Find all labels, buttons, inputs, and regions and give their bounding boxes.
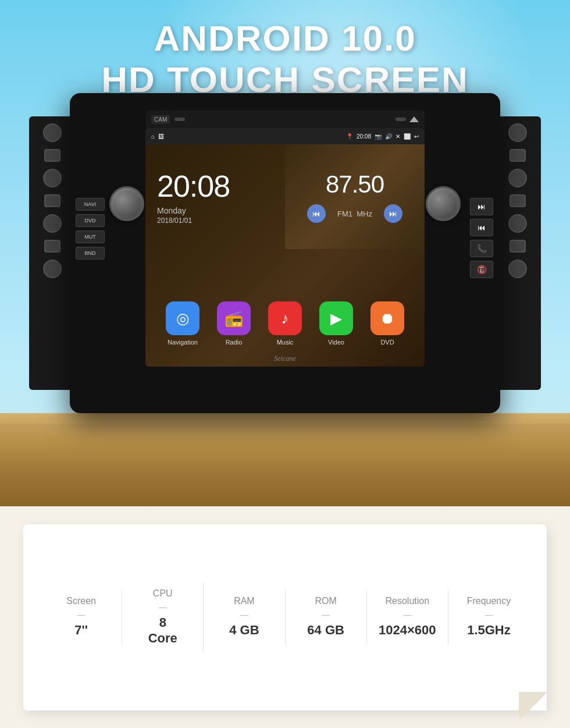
music-icon[interactable]: ♪ [268,301,302,335]
media-icon: 🖼 [158,133,164,140]
spec-cpu-value: 8Core [148,615,177,646]
skip-back-button[interactable]: ⏮ [470,219,493,236]
dvd-label: DVD [380,339,394,346]
side-buttons-right: ⏭ ⏮ 📞 📵 [470,198,493,278]
phone-answer-button[interactable]: 📞 [470,240,493,257]
bracket-hole [43,260,62,278]
info-panel: 20:08 Monday 2018/01/01 87.50 ⏮ FM1 MHz [145,144,425,249]
side-buttons-left: NAVI DVD MUT BND [76,198,105,260]
app-radio[interactable]: 📻 Radio [217,301,251,346]
back-icon: ↩ [414,133,419,140]
radio-prev-button[interactable]: ⏮ [307,204,326,223]
spec-cpu: CPU — 8Core [122,583,204,652]
status-time: 20:08 [357,133,371,140]
spec-resolution: Resolution — 1024×600 [367,590,448,644]
radio-controls: ⏮ FM1 MHz ⏭ [307,204,402,223]
app-music[interactable]: ♪ Music [268,301,302,346]
status-left: ⌂ 🖼 [151,133,164,140]
status-right: 📍 20:08 📷 🔊 ✕ ⬜ ↩ [346,133,419,140]
home-icon[interactable]: ⌂ [151,133,155,140]
dvd-button[interactable]: DVD [76,214,105,227]
bracket-hole [43,123,62,142]
right-bracket [494,116,541,390]
window-icon: ⬜ [404,133,411,140]
radio-next-button[interactable]: ⏭ [384,204,402,223]
navigation-label: Navigation [168,339,198,346]
app-dvd[interactable]: ⏺ DVD [370,301,404,346]
camera-icon: 📷 [375,133,382,140]
video-label: Video [328,339,344,346]
spec-screen: Screen — 7'' [41,590,122,644]
bracket-hole [508,123,527,142]
car-unit: CAM NAVI DVD MUT BND [70,93,500,442]
bracket-hole [43,214,62,233]
radio-icon[interactable]: 📻 [217,301,251,335]
top-indicator [174,118,185,121]
bracket-hole [508,169,527,187]
left-bracket [29,116,76,390]
bracket-slot [44,194,60,207]
screen-area: ⌂ 🖼 📍 20:08 📷 🔊 ✕ ⬜ ↩ [145,128,425,367]
bracket-slot [510,240,526,253]
bnd-button[interactable]: BND [76,247,105,260]
outer-frame: CAM NAVI DVD MUT BND [70,93,500,413]
spec-ram-value: 4 GB [229,623,259,638]
navi-button[interactable]: NAVI [76,198,105,211]
bracket-slot [510,149,526,162]
right-knob[interactable] [426,186,461,221]
day-display: Monday [157,206,273,215]
video-icon[interactable]: ▶ [319,301,353,335]
bracket-slot [510,194,526,207]
bracket-slot [44,149,60,162]
left-knob[interactable] [109,186,144,221]
bracket-slot [44,240,60,253]
app-navigation[interactable]: ◎ Navigation [166,301,200,346]
spec-frequency: Frequency — 1.5GHz [448,590,529,644]
bracket-hole [508,260,527,278]
cam-label: CAM [151,115,170,124]
title-line1: ANDROID 10.0 [0,17,570,59]
dvd-icon[interactable]: ⏺ [370,301,404,335]
app-video[interactable]: ▶ Video [319,301,353,346]
top-indicator [396,118,406,121]
eject-icon [409,116,419,122]
radio-section: 87.50 ⏮ FM1 MHz ⏭ [285,144,425,249]
spec-divider: — [322,610,330,619]
screen-content: 20:08 Monday 2018/01/01 87.50 ⏮ FM1 MHz [145,144,425,367]
radio-band-label: FM1 MHz [337,209,372,218]
spec-divider: — [77,610,86,619]
hero-section: ANDROID 10.0 HD TOUCH SCREEN [0,0,570,506]
time-section: 20:08 Monday 2018/01/01 [145,144,285,249]
top-bar-left: CAM [151,115,185,124]
frequency-display: 87.50 [326,171,384,198]
spec-frequency-value: 1.5GHz [467,623,511,638]
bracket-hole [43,169,62,187]
skip-forward-button[interactable]: ⏭ [470,198,493,215]
spec-divider: — [484,610,493,619]
spec-rom: ROM — 64 GB [286,590,367,644]
seicane-watermark: Seicane [145,354,425,367]
music-label: Music [277,339,294,346]
spec-resolution-label: Resolution [385,596,429,606]
phone-end-button[interactable]: 📵 [470,261,493,278]
radio-label-text: Radio [226,339,243,346]
hero-title: ANDROID 10.0 HD TOUCH SCREEN [0,17,570,100]
apps-row: ◎ Navigation 📻 Radio ♪ Music ▶ [145,293,425,354]
navigation-icon[interactable]: ◎ [166,301,200,335]
spec-resolution-value: 1024×600 [379,623,436,638]
status-bar: ⌂ 🖼 📍 20:08 📷 🔊 ✕ ⬜ ↩ [145,128,425,144]
top-bar: CAM [145,111,425,128]
close-icon: ✕ [396,133,400,140]
spec-ram: RAM — 4 GB [204,590,285,644]
spec-frequency-label: Frequency [467,596,511,606]
location-icon: 📍 [346,133,353,140]
mut-button[interactable]: MUT [76,230,105,243]
spec-divider: — [159,602,167,612]
bracket-hole [508,214,527,233]
spec-screen-value: 7'' [74,623,88,638]
spec-divider: — [240,610,248,619]
time-display: 20:08 [157,169,273,204]
top-bar-right [396,116,419,122]
volume-icon: 🔊 [385,133,392,140]
specs-section: Screen — 7'' CPU — 8Core RAM — 4 GB ROM … [0,506,570,728]
